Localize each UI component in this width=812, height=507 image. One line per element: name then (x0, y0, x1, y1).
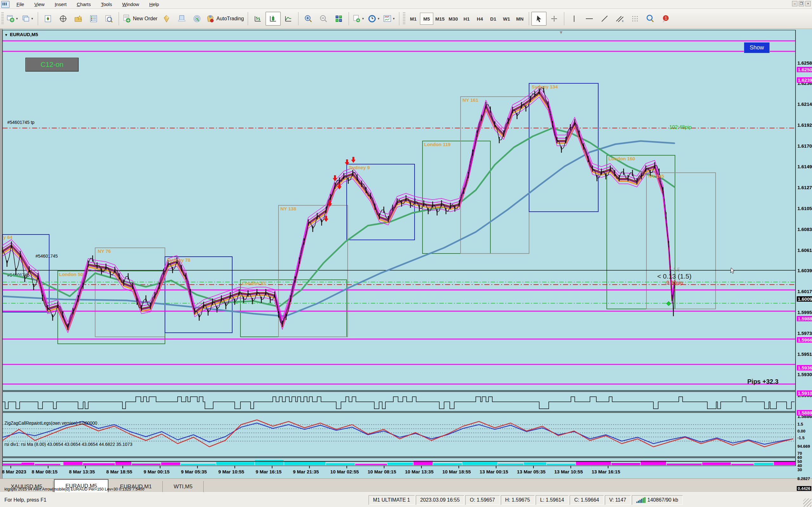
time-label: 8 Mar 18:55 (106, 469, 132, 474)
timeframe-w1[interactable]: W1 (500, 13, 513, 25)
annotation--9-90pip: -9.90pip (665, 280, 683, 286)
rsi-scale-tick: 30 (798, 467, 802, 472)
toolbar-grip[interactable] (1, 12, 4, 25)
session-label-london-119[interactable]: London 119 (424, 142, 450, 147)
time-label: 9 Mar 21:35 (293, 469, 319, 474)
session-label-ny-145[interactable]: NY 145 (648, 173, 664, 179)
notification-badge[interactable]: 1 (658, 12, 673, 26)
zigzag-scale-tick: 0.00 (798, 429, 805, 434)
signals-button[interactable] (189, 12, 205, 26)
menu-item-window[interactable]: Window (117, 1, 144, 8)
status-bar: For Help, press F1 M1 ULTIMATE 1 2023.03… (0, 492, 812, 507)
session-label-ny-76[interactable]: NY 76 (98, 248, 111, 254)
price-tick: 1.61270 (798, 185, 812, 190)
timeframe-m15[interactable]: M15 (433, 13, 447, 25)
profiles-button[interactable]: ▼ (20, 12, 36, 26)
zoom-out-button[interactable] (316, 12, 331, 26)
price-label-level: 1.59103 (797, 390, 812, 396)
new-order-button[interactable]: New Order (121, 12, 159, 26)
trendline-tool-button[interactable] (597, 12, 612, 26)
cursor-tool-button[interactable] (531, 12, 547, 26)
session-label-london-160[interactable]: London 160 (608, 156, 635, 161)
zigzag-scale-tick: -1.5 (798, 435, 804, 440)
annotation-1-5: 1.5 (673, 267, 680, 273)
menu-item-view[interactable]: View (29, 1, 49, 8)
zigzag-indicator-label: ZigZagCallRepaintLegs(own version) 0.000… (4, 420, 97, 426)
shapes-tool-button[interactable] (627, 12, 643, 26)
bar-chart-button[interactable] (250, 12, 265, 26)
periods-button[interactable]: ▼ (366, 12, 382, 26)
tile-windows-button[interactable] (331, 12, 346, 26)
timeframe-m1[interactable]: M1 (407, 13, 420, 25)
timeframe-h4[interactable]: H4 (473, 13, 487, 25)
timeframe-m30[interactable]: M30 (447, 13, 460, 25)
price-label-level: 1.58896 (797, 410, 812, 415)
price-tick: 1.59955 (798, 309, 812, 315)
price-tick: 1.59515 (798, 351, 812, 357)
time-label: 9 Mar 05:35 (181, 469, 207, 474)
price-tick: 1.61050 (798, 206, 812, 211)
zoom-in-button[interactable] (301, 12, 316, 26)
crosshair-tool-button[interactable] (547, 12, 562, 26)
annotation-pips-32-3: Pips +32.3 (747, 378, 778, 385)
c12-toggle-button[interactable]: C12-on (26, 58, 79, 72)
show-button[interactable]: Show (744, 42, 770, 53)
menu-item-charts[interactable]: Charts (72, 1, 96, 8)
session-label-ny-161[interactable]: NY 161 (462, 97, 478, 103)
session-label-sydney-134[interactable]: Sydney 134 (531, 84, 558, 89)
time-label: 10 Mar 13:35 (405, 469, 434, 474)
navigator-button[interactable] (71, 12, 86, 26)
menu-item-tools[interactable]: Tools (96, 1, 117, 8)
magnifier-tool-button[interactable] (643, 12, 658, 26)
chart-symbol-title[interactable]: ▼EURAUD,M5 (4, 32, 38, 37)
equidistant-channel-tool-button[interactable]: E (612, 12, 627, 26)
session-label-london-50[interactable]: London 50 (59, 272, 83, 277)
terminal-button[interactable] (86, 12, 101, 26)
session-label-sydney-9[interactable]: Sydney 9 (349, 165, 370, 170)
rsi-indicator-label: rsi div1: rsi Ma (8.00) 43.0654 43.0654 … (4, 442, 132, 447)
status-close: C: 1.59664 (570, 495, 603, 505)
scroll-position-marker: ▼ (559, 30, 563, 35)
price-tick: 1.60830 (798, 227, 812, 232)
strategy-tester-button[interactable] (101, 12, 116, 26)
minimize-button[interactable]: – (792, 1, 798, 6)
indicators-button[interactable]: ▼ (351, 12, 366, 26)
session-label-sydney-78[interactable]: Sydney 78 (167, 257, 190, 263)
menu-item-help[interactable]: Help (144, 1, 164, 8)
session-label-y-64[interactable]: y 64 (3, 234, 12, 240)
timeframe-h1[interactable]: H1 (460, 13, 473, 25)
price-tick: 1.60610 (798, 247, 812, 253)
chart-tab-wti-m5[interactable]: WTI,M5 (163, 481, 204, 493)
chart-canvas[interactable] (0, 29, 812, 478)
timeframe-d1[interactable]: D1 (487, 13, 500, 25)
time-label: 8 Mar 2023 (2, 469, 26, 474)
autotrading-button[interactable]: AutoTrading (205, 12, 246, 26)
status-open: O: 1.59657 (465, 495, 499, 505)
session-label-london-61[interactable]: London 61 (242, 280, 266, 286)
code-base-button[interactable] (174, 12, 189, 26)
close-button[interactable]: × (805, 1, 811, 6)
toolbar-grip[interactable] (403, 12, 405, 25)
vertical-line-tool-button[interactable] (566, 12, 582, 26)
rsi-scale-tick: 8.2827 (798, 476, 810, 481)
autotrading-label: AutoTrading (216, 16, 244, 21)
line-chart-button[interactable] (281, 12, 296, 26)
session-label-ny-138[interactable]: NY 138 (281, 206, 296, 211)
annotation-102-48pip: 102:48pip (669, 124, 692, 130)
maximize-button[interactable]: ❐ (799, 1, 804, 6)
metaeditor-button[interactable] (159, 12, 174, 26)
candlestick-chart-button[interactable] (265, 12, 281, 26)
zigzag-scale-tick: 1.5 (798, 422, 803, 427)
horizontal-line-tool-button[interactable] (582, 12, 597, 26)
market-watch-button[interactable] (40, 12, 55, 26)
templates-button[interactable]: ▼ (382, 12, 397, 26)
menu-item-file[interactable]: File (11, 1, 29, 8)
menu-item-insert[interactable]: Insert (49, 1, 72, 8)
collapse-triangle-icon[interactable]: ▼ (4, 33, 8, 37)
new-chart-button[interactable]: ▼ (5, 12, 20, 26)
data-window-button[interactable] (55, 12, 71, 26)
timeframe-m5[interactable]: M5 (420, 13, 433, 25)
resize-grip[interactable] (803, 498, 811, 507)
status-account[interactable]: M1 ULTIMATE 1 (368, 495, 415, 505)
timeframe-mn[interactable]: MN (513, 13, 526, 25)
